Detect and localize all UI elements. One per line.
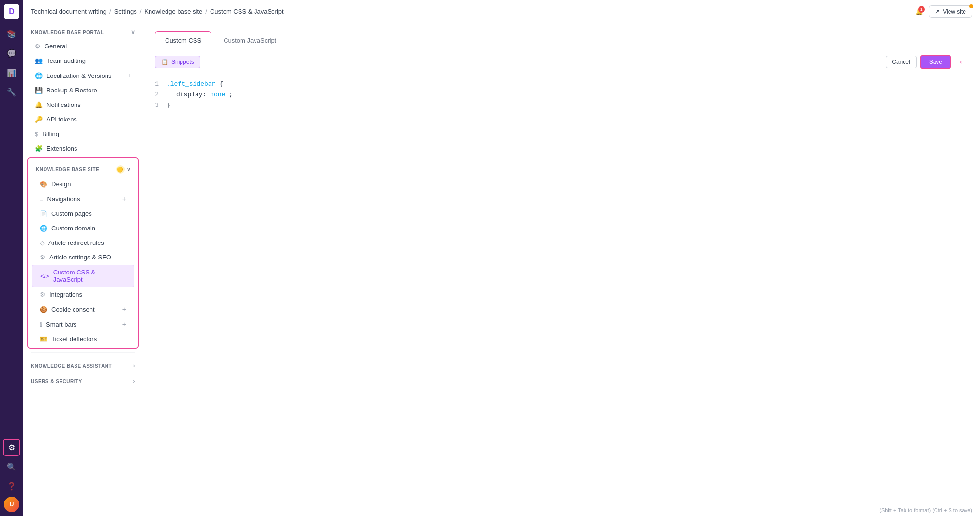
- sidebar-item-localization[interactable]: 🌐 Localization & Versions +: [27, 68, 139, 83]
- snippets-button[interactable]: 📋 Snippets: [155, 56, 200, 68]
- sidebar-item-notifications[interactable]: 🔔 Notifications: [27, 98, 139, 112]
- view-site-button[interactable]: ↗ View site: [929, 5, 972, 18]
- code-open-brace: {: [219, 80, 223, 88]
- sidebar-label-cookie-consent: Cookie consent: [51, 306, 95, 313]
- breadcrumb-sep-2: /: [140, 8, 142, 15]
- sidebar-item-custom-domain[interactable]: 🌐 Custom domain: [32, 221, 134, 235]
- cookie-plus-icon[interactable]: +: [122, 305, 126, 313]
- smart-bars-plus-icon[interactable]: +: [122, 320, 126, 328]
- backup-icon: 💾: [35, 87, 43, 94]
- assistant-section-label: KNOWLEDGE BASE ASSISTANT: [31, 364, 112, 369]
- users-section-header[interactable]: USERS & SECURITY ›: [23, 372, 143, 388]
- code-editor[interactable]: 1 2 3 .left_sidebar { display: none ;: [143, 75, 980, 504]
- kb-site-label: KNOWLEDGE BASE SITE: [36, 167, 99, 172]
- kb-site-chevron-icon: ∨: [127, 167, 131, 172]
- sidebar-item-general[interactable]: ⚙ General: [27, 39, 139, 53]
- nav-help[interactable]: ❓: [3, 477, 20, 495]
- code-content[interactable]: .left_sidebar { display: none ; }: [163, 79, 980, 500]
- content-area: KNOWLEDGE BASE PORTAL ∨ ⚙ General 👥 Team…: [23, 23, 980, 516]
- save-button[interactable]: Save: [920, 55, 951, 69]
- toolbar-right: Cancel Save ←: [886, 55, 968, 69]
- sidebar-item-redirect-rules[interactable]: ◇ Article redirect rules: [32, 236, 134, 250]
- sidebar-label-custom-domain: Custom domain: [51, 225, 95, 232]
- tab-custom-css[interactable]: Custom CSS: [155, 31, 211, 49]
- ticket-icon: 🎫: [40, 335, 47, 343]
- sidebar-item-integrations[interactable]: ⚙ Integrations: [32, 288, 134, 302]
- sidebar-item-backup[interactable]: 💾 Backup & Restore: [27, 83, 139, 97]
- domain-icon: 🌐: [40, 225, 47, 232]
- sidebar-item-article-settings[interactable]: ⚙ Article settings & SEO: [32, 250, 134, 264]
- sidebar-label-smart-bars: Smart bars: [46, 321, 77, 328]
- sidebar-item-api-tokens[interactable]: 🔑 API tokens: [27, 112, 139, 126]
- topbar-right: 🔔 1 ↗ View site: [915, 5, 972, 18]
- sidebar-label-custom-pages: Custom pages: [51, 210, 92, 217]
- cancel-button[interactable]: Cancel: [886, 56, 916, 68]
- sidebar-item-custom-pages[interactable]: 📄 Custom pages: [32, 207, 134, 221]
- portal-section-label: KNOWLEDGE BASE PORTAL: [31, 30, 104, 35]
- sidebar-label-design: Design: [51, 181, 71, 188]
- notification-icon[interactable]: 🔔 1: [915, 8, 923, 15]
- nav-plus-icon[interactable]: +: [122, 195, 126, 203]
- app-logo[interactable]: D: [4, 4, 19, 19]
- breadcrumb-kb-site[interactable]: Knowledge base site: [144, 8, 202, 15]
- sidebar-label-api-tokens: API tokens: [46, 116, 77, 123]
- pages-icon: 📄: [40, 210, 47, 217]
- nav-tools[interactable]: 🔧: [3, 83, 20, 101]
- notif-badge: 1: [918, 6, 925, 13]
- sidebar-item-custom-css[interactable]: </> Custom CSS & JavaScript: [32, 265, 134, 287]
- redirect-icon: ◇: [40, 239, 45, 246]
- code-selector: .left_sidebar: [166, 80, 215, 88]
- breadcrumb-settings[interactable]: Settings: [114, 8, 137, 15]
- status-dot: [969, 4, 973, 8]
- sidebar-label-redirect-rules: Article redirect rules: [48, 239, 104, 246]
- sidebar-label-localization: Localization & Versions: [46, 72, 111, 79]
- sidebar-item-billing[interactable]: $ Billing: [27, 127, 139, 141]
- sidebar-item-smart-bars[interactable]: ℹ Smart bars +: [32, 317, 134, 332]
- sidebar-label-navigations: Navigations: [47, 196, 80, 203]
- localization-icon: 🌐: [35, 72, 43, 79]
- nav-books[interactable]: 📚: [3, 25, 20, 43]
- panel-toolbar: 📋 Snippets Cancel Save ←: [143, 49, 980, 75]
- app-sidebar: D 📚 💬 📊 🔧 ⚙ 🔍 ❓ U: [0, 0, 23, 516]
- sidebar-item-extensions[interactable]: 🧩 Extensions: [27, 141, 139, 155]
- general-icon: ⚙: [35, 43, 41, 50]
- billing-icon: $: [35, 130, 38, 137]
- tab-bar: Custom CSS Custom JavaScript: [155, 31, 968, 49]
- assistant-section-header[interactable]: KNOWLEDGE BASE ASSISTANT ›: [23, 357, 143, 372]
- design-icon: 🎨: [40, 181, 47, 188]
- breadcrumb: Technical document writing / Settings / …: [31, 8, 284, 15]
- notifications-icon: 🔔: [35, 101, 43, 108]
- breadcrumb-app[interactable]: Technical document writing: [31, 8, 106, 15]
- sidebar-item-cookie-consent[interactable]: 🍪 Cookie consent +: [32, 302, 134, 317]
- kb-site-header-right: 🟡 ∨: [116, 165, 131, 174]
- nav-chart[interactable]: 📊: [3, 64, 20, 81]
- sidebar-label-ticket-deflectors: Ticket deflectors: [51, 335, 97, 343]
- smart-bars-icon: ℹ: [40, 321, 42, 328]
- nav-messages[interactable]: 💬: [3, 45, 20, 62]
- portal-section-header[interactable]: KNOWLEDGE BASE PORTAL ∨: [23, 23, 143, 39]
- sidebar-label-extensions: Extensions: [46, 145, 77, 152]
- sidebar-item-navigations[interactable]: ≡ Navigations +: [32, 192, 134, 206]
- extensions-icon: 🧩: [35, 145, 43, 152]
- snippet-icon: 📋: [161, 59, 168, 65]
- sidebar-item-design[interactable]: 🎨 Design: [32, 177, 134, 191]
- nav-settings[interactable]: ⚙: [3, 439, 20, 456]
- kb-site-emoji: 🟡: [116, 165, 125, 174]
- panel-header: Custom CSS Custom JavaScript: [143, 23, 980, 49]
- assistant-chevron-icon: ›: [133, 363, 136, 369]
- users-chevron-icon: ›: [133, 378, 136, 385]
- tab-custom-js[interactable]: Custom JavaScript: [213, 31, 286, 49]
- integrations-icon: ⚙: [40, 291, 45, 298]
- sidebar-item-team-auditing[interactable]: 👥 Team auditing: [27, 54, 139, 68]
- nav-search[interactable]: 🔍: [3, 458, 20, 475]
- kb-site-header[interactable]: KNOWLEDGE BASE SITE 🟡 ∨: [28, 159, 138, 177]
- users-section-label: USERS & SECURITY: [31, 379, 82, 384]
- localization-plus-icon[interactable]: +: [127, 72, 131, 79]
- line-num-3: 3: [147, 100, 159, 111]
- code-close-brace: }: [166, 102, 170, 109]
- sidebar-label-integrations: Integrations: [49, 291, 82, 298]
- user-avatar[interactable]: U: [4, 497, 19, 512]
- sidebar-item-ticket-deflectors[interactable]: 🎫 Ticket deflectors: [32, 332, 134, 346]
- sidebar-label-notifications: Notifications: [46, 101, 81, 108]
- breadcrumb-sep-1: /: [109, 8, 111, 15]
